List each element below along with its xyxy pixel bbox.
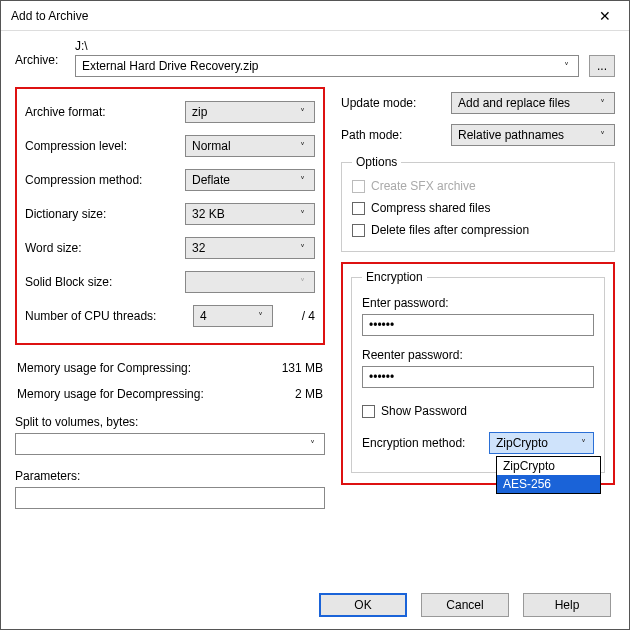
- chevron-down-icon: ˅: [300, 175, 310, 186]
- value-mem-decompress: 2 MB: [295, 387, 323, 401]
- legend-options: Options: [352, 155, 401, 169]
- close-icon: ✕: [599, 8, 611, 24]
- row-opt-sfx: Create SFX archive: [352, 175, 604, 197]
- browse-button[interactable]: ...: [589, 55, 615, 77]
- chevron-down-icon: ˅: [600, 98, 610, 109]
- ellipsis-icon: ...: [597, 59, 607, 73]
- dropdown-encryption-method[interactable]: ZipCrypto AES-256: [496, 456, 601, 494]
- option-aes256[interactable]: AES-256: [497, 475, 600, 493]
- legend-encryption: Encryption: [362, 270, 427, 284]
- value-compression-method: Deflate: [192, 173, 230, 187]
- fieldset-encryption: Encryption Enter password: Reenter passw…: [351, 270, 605, 473]
- window-title: Add to Archive: [11, 9, 88, 23]
- chevron-down-icon: ˅: [564, 61, 574, 72]
- label-cpu-threads: Number of CPU threads:: [25, 309, 193, 323]
- label-solid-block-size: Solid Block size:: [25, 275, 185, 289]
- chevron-down-icon: ˅: [300, 107, 310, 118]
- input-enter-password[interactable]: [362, 314, 594, 336]
- select-split-volumes[interactable]: ˅: [15, 433, 325, 455]
- row-dictionary-size: Dictionary size: 32 KB ˅: [25, 197, 315, 231]
- select-word-size[interactable]: 32 ˅: [185, 237, 315, 259]
- row-compression-level: Compression level: Normal ˅: [25, 129, 315, 163]
- value-archive-format: zip: [192, 105, 207, 119]
- checkbox-delete[interactable]: [352, 224, 365, 237]
- help-label: Help: [555, 598, 580, 612]
- chevron-down-icon: ˅: [581, 438, 591, 449]
- row-cpu-threads: Number of CPU threads: 4 ˅ / 4: [25, 299, 315, 333]
- value-mem-compress: 131 MB: [282, 361, 323, 375]
- input-reenter-password[interactable]: [362, 366, 594, 388]
- label-delete: Delete files after compression: [371, 223, 529, 237]
- chevron-down-icon: ˅: [310, 439, 320, 450]
- select-path-mode[interactable]: Relative pathnames ˅: [451, 124, 615, 146]
- row-show-password[interactable]: Show Password: [362, 400, 594, 422]
- label-word-size: Word size:: [25, 241, 185, 255]
- columns: Archive format: zip ˅ Compression level:…: [15, 87, 615, 509]
- archive-filename-select[interactable]: External Hard Drive Recovery.zip ˅: [75, 55, 579, 77]
- select-solid-block-size: ˅: [185, 271, 315, 293]
- label-compression-method: Compression method:: [25, 173, 185, 187]
- row-mem-compress: Memory usage for Compressing: 131 MB: [15, 355, 325, 381]
- value-dictionary-size: 32 KB: [192, 207, 225, 221]
- row-path-mode: Path mode: Relative pathnames ˅: [341, 119, 615, 151]
- help-button[interactable]: Help: [523, 593, 611, 617]
- dialog-window: Add to Archive ✕ Archive: J:\ External H…: [0, 0, 630, 630]
- row-word-size: Word size: 32 ˅: [25, 231, 315, 265]
- select-dictionary-size[interactable]: 32 KB ˅: [185, 203, 315, 225]
- label-update-mode: Update mode:: [341, 96, 451, 110]
- checkbox-shared[interactable]: [352, 202, 365, 215]
- select-cpu-threads[interactable]: 4 ˅: [193, 305, 273, 327]
- value-cpu-threads: 4: [200, 309, 207, 323]
- highlight-box-encryption: Encryption Enter password: Reenter passw…: [341, 262, 615, 485]
- select-compression-method[interactable]: Deflate ˅: [185, 169, 315, 191]
- chevron-down-icon: ˅: [300, 243, 310, 254]
- value-update-mode: Add and replace files: [458, 96, 570, 110]
- label-mem-compress: Memory usage for Compressing:: [17, 361, 191, 375]
- value-word-size: 32: [192, 241, 205, 255]
- value-encryption-method: ZipCrypto: [496, 436, 548, 450]
- label-split-volumes: Split to volumes, bytes:: [15, 415, 325, 429]
- column-left: Archive format: zip ˅ Compression level:…: [15, 87, 325, 509]
- label-sfx: Create SFX archive: [371, 179, 476, 193]
- chevron-down-icon: ˅: [600, 130, 610, 141]
- checkbox-show-password[interactable]: [362, 405, 375, 418]
- select-archive-format[interactable]: zip ˅: [185, 101, 315, 123]
- row-solid-block-size: Solid Block size: ˅: [25, 265, 315, 299]
- select-update-mode[interactable]: Add and replace files ˅: [451, 92, 615, 114]
- label-dictionary-size: Dictionary size:: [25, 207, 185, 221]
- dialog-body: Archive: J:\ External Hard Drive Recover…: [1, 31, 629, 581]
- cancel-label: Cancel: [446, 598, 483, 612]
- archive-label: Archive:: [15, 39, 65, 67]
- select-compression-level[interactable]: Normal ˅: [185, 135, 315, 157]
- footer: OK Cancel Help: [1, 581, 629, 629]
- archive-drive: J:\: [75, 39, 579, 53]
- row-update-mode: Update mode: Add and replace files ˅: [341, 87, 615, 119]
- archive-row: Archive: J:\ External Hard Drive Recover…: [15, 39, 615, 77]
- chevron-down-icon: ˅: [300, 277, 310, 288]
- cancel-button[interactable]: Cancel: [421, 593, 509, 617]
- option-zipcrypto[interactable]: ZipCrypto: [497, 457, 600, 475]
- label-enter-password: Enter password:: [362, 296, 594, 310]
- row-opt-shared[interactable]: Compress shared files: [352, 197, 604, 219]
- cpu-total: / 4: [273, 309, 315, 323]
- column-right: Update mode: Add and replace files ˅ Pat…: [341, 87, 615, 509]
- highlight-box-compression: Archive format: zip ˅ Compression level:…: [15, 87, 325, 345]
- value-path-mode: Relative pathnames: [458, 128, 564, 142]
- row-archive-format: Archive format: zip ˅: [25, 95, 315, 129]
- ok-button[interactable]: OK: [319, 593, 407, 617]
- titlebar: Add to Archive ✕: [1, 1, 629, 31]
- close-button[interactable]: ✕: [585, 2, 625, 30]
- fieldset-options: Options Create SFX archive Compress shar…: [341, 155, 615, 252]
- archive-filename: External Hard Drive Recovery.zip: [82, 59, 259, 73]
- label-parameters: Parameters:: [15, 469, 325, 483]
- label-compression-level: Compression level:: [25, 139, 185, 153]
- label-reenter-password: Reenter password:: [362, 348, 594, 362]
- label-archive-format: Archive format:: [25, 105, 185, 119]
- input-parameters[interactable]: [15, 487, 325, 509]
- label-mem-decompress: Memory usage for Decompressing:: [17, 387, 204, 401]
- chevron-down-icon: ˅: [258, 311, 268, 322]
- row-opt-delete[interactable]: Delete files after compression: [352, 219, 604, 241]
- select-encryption-method[interactable]: ZipCrypto ˅: [489, 432, 594, 454]
- value-compression-level: Normal: [192, 139, 231, 153]
- chevron-down-icon: ˅: [300, 141, 310, 152]
